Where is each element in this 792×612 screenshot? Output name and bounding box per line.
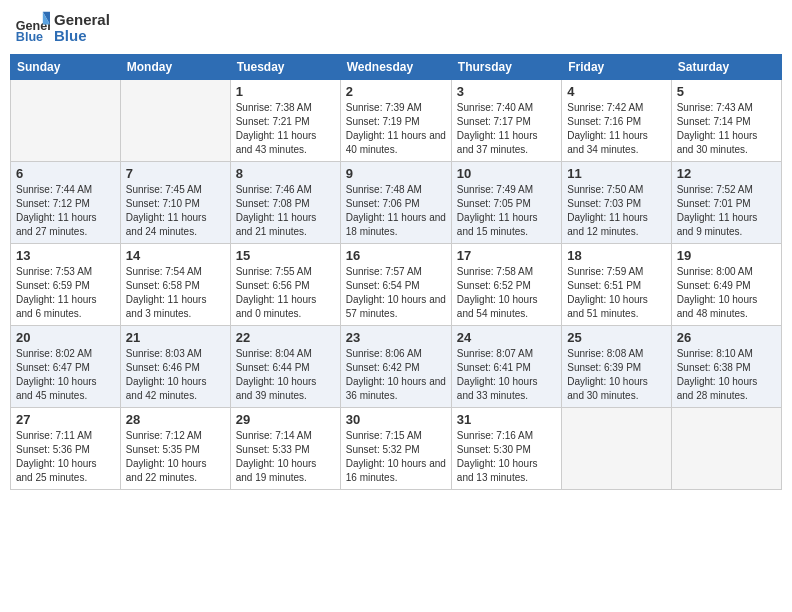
calendar-cell: 26Sunrise: 8:10 AMSunset: 6:38 PMDayligh…	[671, 326, 781, 408]
calendar-cell: 15Sunrise: 7:55 AMSunset: 6:56 PMDayligh…	[230, 244, 340, 326]
day-number: 16	[346, 248, 446, 263]
calendar-cell	[120, 80, 230, 162]
calendar-cell	[671, 408, 781, 490]
day-info: Sunrise: 8:03 AMSunset: 6:46 PMDaylight:…	[126, 347, 225, 403]
calendar-cell: 30Sunrise: 7:15 AMSunset: 5:32 PMDayligh…	[340, 408, 451, 490]
day-info: Sunrise: 7:53 AMSunset: 6:59 PMDaylight:…	[16, 265, 115, 321]
day-info: Sunrise: 8:07 AMSunset: 6:41 PMDaylight:…	[457, 347, 556, 403]
calendar-cell: 7Sunrise: 7:45 AMSunset: 7:10 PMDaylight…	[120, 162, 230, 244]
header-row: SundayMondayTuesdayWednesdayThursdayFrid…	[11, 55, 782, 80]
day-info: Sunrise: 7:45 AMSunset: 7:10 PMDaylight:…	[126, 183, 225, 239]
calendar-cell: 20Sunrise: 8:02 AMSunset: 6:47 PMDayligh…	[11, 326, 121, 408]
calendar-cell	[11, 80, 121, 162]
day-number: 9	[346, 166, 446, 181]
day-info: Sunrise: 7:14 AMSunset: 5:33 PMDaylight:…	[236, 429, 335, 485]
day-number: 22	[236, 330, 335, 345]
day-info: Sunrise: 7:52 AMSunset: 7:01 PMDaylight:…	[677, 183, 776, 239]
day-info: Sunrise: 8:08 AMSunset: 6:39 PMDaylight:…	[567, 347, 665, 403]
week-row: 1Sunrise: 7:38 AMSunset: 7:21 PMDaylight…	[11, 80, 782, 162]
day-number: 3	[457, 84, 556, 99]
day-info: Sunrise: 7:55 AMSunset: 6:56 PMDaylight:…	[236, 265, 335, 321]
day-info: Sunrise: 7:49 AMSunset: 7:05 PMDaylight:…	[457, 183, 556, 239]
calendar-cell: 11Sunrise: 7:50 AMSunset: 7:03 PMDayligh…	[562, 162, 671, 244]
day-number: 13	[16, 248, 115, 263]
day-info: Sunrise: 7:50 AMSunset: 7:03 PMDaylight:…	[567, 183, 665, 239]
calendar-cell: 10Sunrise: 7:49 AMSunset: 7:05 PMDayligh…	[451, 162, 561, 244]
week-row: 6Sunrise: 7:44 AMSunset: 7:12 PMDaylight…	[11, 162, 782, 244]
day-number: 2	[346, 84, 446, 99]
day-info: Sunrise: 7:54 AMSunset: 6:58 PMDaylight:…	[126, 265, 225, 321]
day-number: 31	[457, 412, 556, 427]
calendar-cell: 17Sunrise: 7:58 AMSunset: 6:52 PMDayligh…	[451, 244, 561, 326]
calendar-table: SundayMondayTuesdayWednesdayThursdayFrid…	[10, 54, 782, 490]
logo-icon: General Blue	[14, 10, 50, 46]
svg-text:Blue: Blue	[16, 30, 43, 44]
day-info: Sunrise: 7:39 AMSunset: 7:19 PMDaylight:…	[346, 101, 446, 157]
calendar-cell: 12Sunrise: 7:52 AMSunset: 7:01 PMDayligh…	[671, 162, 781, 244]
day-number: 25	[567, 330, 665, 345]
logo: General Blue General Blue	[14, 10, 110, 46]
calendar-cell: 24Sunrise: 8:07 AMSunset: 6:41 PMDayligh…	[451, 326, 561, 408]
calendar-cell: 6Sunrise: 7:44 AMSunset: 7:12 PMDaylight…	[11, 162, 121, 244]
logo-blue: Blue	[54, 28, 110, 45]
day-number: 30	[346, 412, 446, 427]
calendar-cell: 27Sunrise: 7:11 AMSunset: 5:36 PMDayligh…	[11, 408, 121, 490]
day-number: 7	[126, 166, 225, 181]
logo-general: General	[54, 12, 110, 29]
day-number: 1	[236, 84, 335, 99]
day-number: 6	[16, 166, 115, 181]
weekday-header: Sunday	[11, 55, 121, 80]
weekday-header: Wednesday	[340, 55, 451, 80]
day-info: Sunrise: 7:48 AMSunset: 7:06 PMDaylight:…	[346, 183, 446, 239]
day-number: 29	[236, 412, 335, 427]
weekday-header: Saturday	[671, 55, 781, 80]
calendar-cell: 23Sunrise: 8:06 AMSunset: 6:42 PMDayligh…	[340, 326, 451, 408]
weekday-header: Thursday	[451, 55, 561, 80]
day-info: Sunrise: 7:12 AMSunset: 5:35 PMDaylight:…	[126, 429, 225, 485]
calendar-cell: 21Sunrise: 8:03 AMSunset: 6:46 PMDayligh…	[120, 326, 230, 408]
day-number: 20	[16, 330, 115, 345]
day-info: Sunrise: 7:15 AMSunset: 5:32 PMDaylight:…	[346, 429, 446, 485]
day-info: Sunrise: 8:06 AMSunset: 6:42 PMDaylight:…	[346, 347, 446, 403]
week-row: 27Sunrise: 7:11 AMSunset: 5:36 PMDayligh…	[11, 408, 782, 490]
day-number: 24	[457, 330, 556, 345]
day-info: Sunrise: 7:59 AMSunset: 6:51 PMDaylight:…	[567, 265, 665, 321]
calendar-cell: 16Sunrise: 7:57 AMSunset: 6:54 PMDayligh…	[340, 244, 451, 326]
day-number: 14	[126, 248, 225, 263]
calendar-cell: 5Sunrise: 7:43 AMSunset: 7:14 PMDaylight…	[671, 80, 781, 162]
day-number: 12	[677, 166, 776, 181]
calendar-cell: 9Sunrise: 7:48 AMSunset: 7:06 PMDaylight…	[340, 162, 451, 244]
week-row: 20Sunrise: 8:02 AMSunset: 6:47 PMDayligh…	[11, 326, 782, 408]
day-info: Sunrise: 7:40 AMSunset: 7:17 PMDaylight:…	[457, 101, 556, 157]
day-info: Sunrise: 7:11 AMSunset: 5:36 PMDaylight:…	[16, 429, 115, 485]
calendar-cell: 13Sunrise: 7:53 AMSunset: 6:59 PMDayligh…	[11, 244, 121, 326]
page-header: General Blue General Blue	[10, 10, 782, 46]
calendar-cell: 2Sunrise: 7:39 AMSunset: 7:19 PMDaylight…	[340, 80, 451, 162]
day-number: 27	[16, 412, 115, 427]
calendar-cell: 3Sunrise: 7:40 AMSunset: 7:17 PMDaylight…	[451, 80, 561, 162]
calendar-cell: 25Sunrise: 8:08 AMSunset: 6:39 PMDayligh…	[562, 326, 671, 408]
day-number: 10	[457, 166, 556, 181]
day-number: 11	[567, 166, 665, 181]
day-info: Sunrise: 7:46 AMSunset: 7:08 PMDaylight:…	[236, 183, 335, 239]
calendar-cell: 14Sunrise: 7:54 AMSunset: 6:58 PMDayligh…	[120, 244, 230, 326]
day-info: Sunrise: 7:42 AMSunset: 7:16 PMDaylight:…	[567, 101, 665, 157]
calendar-cell: 22Sunrise: 8:04 AMSunset: 6:44 PMDayligh…	[230, 326, 340, 408]
day-info: Sunrise: 8:00 AMSunset: 6:49 PMDaylight:…	[677, 265, 776, 321]
day-number: 17	[457, 248, 556, 263]
day-number: 4	[567, 84, 665, 99]
calendar-cell: 28Sunrise: 7:12 AMSunset: 5:35 PMDayligh…	[120, 408, 230, 490]
day-info: Sunrise: 7:58 AMSunset: 6:52 PMDaylight:…	[457, 265, 556, 321]
day-info: Sunrise: 7:57 AMSunset: 6:54 PMDaylight:…	[346, 265, 446, 321]
day-number: 18	[567, 248, 665, 263]
day-info: Sunrise: 7:16 AMSunset: 5:30 PMDaylight:…	[457, 429, 556, 485]
day-info: Sunrise: 7:38 AMSunset: 7:21 PMDaylight:…	[236, 101, 335, 157]
calendar-cell: 29Sunrise: 7:14 AMSunset: 5:33 PMDayligh…	[230, 408, 340, 490]
day-number: 19	[677, 248, 776, 263]
day-number: 15	[236, 248, 335, 263]
day-info: Sunrise: 7:44 AMSunset: 7:12 PMDaylight:…	[16, 183, 115, 239]
weekday-header: Tuesday	[230, 55, 340, 80]
day-info: Sunrise: 7:43 AMSunset: 7:14 PMDaylight:…	[677, 101, 776, 157]
day-number: 8	[236, 166, 335, 181]
day-number: 28	[126, 412, 225, 427]
